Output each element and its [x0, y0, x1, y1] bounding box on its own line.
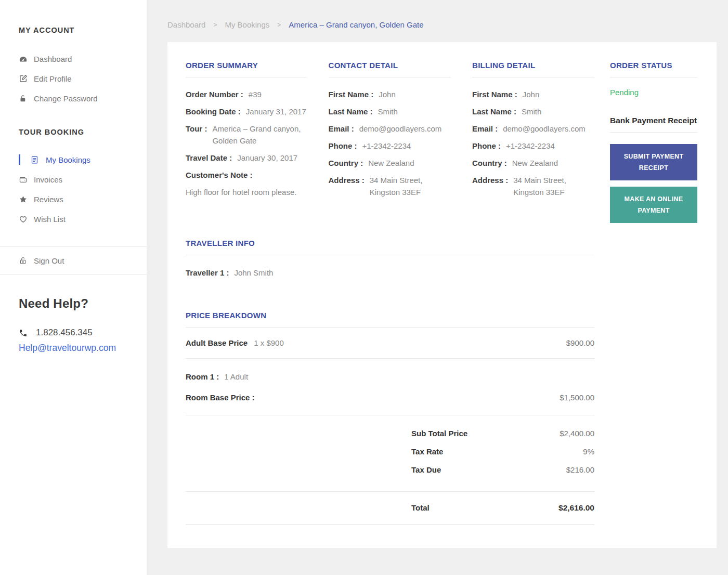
divider: [472, 77, 594, 77]
contact-last-name-row: Last Name :Smith: [329, 106, 451, 117]
sidebar-item-reviews[interactable]: Reviews: [0, 189, 147, 209]
subtotal-amount: $2,400.00: [560, 428, 594, 439]
wallet-icon: [19, 175, 28, 184]
room-occupancy: 1 Adult: [224, 371, 248, 383]
divider: [0, 274, 147, 275]
room-base-amount: $1,500.00: [560, 391, 594, 403]
divider: [186, 77, 307, 77]
account-nav: Dashboard Edit Profile Change Password: [0, 49, 147, 108]
active-indicator: [19, 154, 20, 165]
sidebar-item-dashboard[interactable]: Dashboard: [0, 49, 147, 69]
tax-due-amount: $216.00: [566, 464, 594, 476]
customers-note-label-row: Customer's Note :: [186, 169, 307, 181]
sidebar-item-label: Edit Profile: [34, 74, 72, 83]
divider: [610, 132, 697, 133]
status-badge: Pending: [610, 88, 697, 97]
order-summary-heading: ORDER SUMMARY: [186, 61, 307, 70]
tour-row: Tour : America – Grand canyon, Golden Ga…: [186, 123, 307, 147]
billing-last-name-row: Last Name :Smith: [472, 106, 594, 117]
order-number-row: Order Number : #39: [186, 88, 307, 100]
order-number-value: #39: [249, 88, 262, 100]
need-help-heading: Need Help?: [19, 296, 147, 311]
billing-email-row: Email :demo@goodlayers.com: [472, 123, 594, 135]
sidebar-item-label: Change Password: [34, 94, 98, 103]
billing-detail-section: BILLING DETAIL First Name :John Last Nam…: [472, 61, 594, 203]
traveller-info-section: TRAVELLER INFO Traveller 1 : John Smith: [186, 239, 594, 279]
make-online-payment-button[interactable]: MAKE AN ONLINE PAYMENT: [610, 187, 697, 223]
chevron-right-icon: >: [277, 21, 281, 29]
booking-date-value: January 31, 2017: [246, 106, 306, 117]
divider: [186, 255, 594, 255]
breadcrumb-dashboard[interactable]: Dashboard: [167, 20, 205, 29]
tax-rate-row: Tax Rate 9%: [186, 446, 594, 458]
price-breakdown-section: PRICE BREAKDOWN Adult Base Price 1 x $90…: [186, 311, 594, 525]
sidebar-item-my-bookings[interactable]: My Bookings: [0, 150, 147, 169]
traveller-name: John Smith: [234, 267, 273, 279]
billing-address-row: Address :34 Main Street, Kingston 33EF: [472, 174, 594, 198]
sidebar-item-change-password[interactable]: Change Password: [0, 88, 147, 108]
contact-detail-section: CONTACT DETAIL First Name :John Last Nam…: [329, 61, 451, 203]
breadcrumb-my-bookings[interactable]: My Bookings: [225, 20, 269, 29]
traveller-info-heading: TRAVELLER INFO: [186, 239, 594, 247]
total-amount: $2,616.00: [558, 503, 594, 513]
room-block: Room 1 : 1 Adult Room Base Price : $1,50…: [186, 359, 594, 415]
travel-date-row: Travel Date : January 30, 2017: [186, 152, 307, 164]
sidebar-item-invoices[interactable]: Invoices: [0, 169, 147, 189]
main-content: Dashboard > My Bookings > America – Gran…: [147, 0, 728, 548]
submit-payment-receipt-button[interactable]: SUBMIT PAYMENT RECEIPT: [610, 144, 697, 180]
order-detail-left: ORDER SUMMARY Order Number : #39 Booking…: [186, 61, 594, 525]
contact-email-row: Email :demo@goodlayers.com: [329, 123, 451, 135]
phone-icon: [19, 329, 28, 337]
sidebar-item-label: Invoices: [34, 175, 62, 184]
help-email-link[interactable]: Help@traveltourwp.com: [19, 343, 147, 354]
my-account-heading: MY ACCOUNT: [19, 26, 147, 34]
unlock-icon: [19, 256, 28, 265]
sidebar: MY ACCOUNT Dashboard Edit Profile Change…: [0, 0, 147, 575]
breadcrumb: Dashboard > My Bookings > America – Gran…: [167, 20, 728, 29]
traveller-row: Traveller 1 : John Smith: [186, 267, 594, 279]
adult-qty: 1 x $900: [254, 338, 284, 347]
billing-first-name-row: First Name :John: [472, 88, 594, 100]
tour-link[interactable]: America – Grand canyon, Golden Gate: [212, 123, 307, 147]
travel-date-value: January 30, 2017: [237, 152, 297, 164]
price-breakdown-heading: PRICE BREAKDOWN: [186, 311, 594, 320]
billing-phone-row: Phone :+1-2342-2234: [472, 140, 594, 152]
sidebar-item-label: Wish List: [34, 215, 66, 224]
help-phone-number: 1.828.456.345: [36, 328, 93, 338]
adult-amount: $900.00: [566, 338, 594, 347]
contact-country-row: Country :New Zealand: [329, 157, 451, 169]
contact-address-row: Address :34 Main Street, Kingston 33EF: [329, 174, 451, 198]
need-help-section: Need Help? 1.828.456.345 Help@traveltour…: [19, 296, 147, 354]
subtotal-row: Sub Total Price $2,400.00: [186, 428, 594, 439]
order-detail-card: ORDER SUMMARY Order Number : #39 Booking…: [167, 42, 717, 548]
order-info-grid: ORDER SUMMARY Order Number : #39 Booking…: [186, 61, 594, 203]
totals-block: Sub Total Price $2,400.00 Tax Rate 9% Ta…: [186, 415, 594, 492]
sidebar-item-label: Reviews: [34, 195, 63, 204]
sidebar-item-wish-list[interactable]: Wish List: [0, 209, 147, 229]
contact-phone-row: Phone :+1-2342-2234: [329, 140, 451, 152]
adult-base-price-row: Adult Base Price 1 x $900 $900.00: [186, 328, 594, 359]
billing-detail-heading: BILLING DETAIL: [472, 61, 594, 70]
billing-country-row: Country :New Zealand: [472, 157, 594, 169]
tour-booking-heading: TOUR BOOKING: [19, 128, 147, 136]
divider: [329, 77, 451, 77]
lock-icon: [19, 95, 28, 102]
edit-icon: [19, 74, 28, 83]
contact-detail-heading: CONTACT DETAIL: [329, 61, 451, 70]
star-icon: [19, 195, 28, 204]
room-row: Room 1 : 1 Adult: [186, 371, 594, 383]
dashboard-icon: [19, 55, 28, 63]
room-base-price-row: Room Base Price : $1,500.00: [186, 391, 594, 403]
breadcrumb-current: America – Grand canyon, Golden Gate: [289, 20, 423, 29]
chevron-right-icon: >: [213, 21, 217, 29]
booking-nav: My Bookings Invoices Reviews Wish List: [0, 150, 147, 229]
tax-due-row: Tax Due $216.00: [186, 464, 594, 476]
order-status-section: ORDER STATUS Pending Bank Payment Receip…: [610, 61, 697, 525]
sidebar-item-label: Sign Out: [34, 256, 64, 265]
sidebar-item-label: Dashboard: [34, 55, 72, 63]
divider: [610, 77, 697, 77]
booking-date-row: Booking Date : January 31, 2017: [186, 106, 307, 117]
order-summary-section: ORDER SUMMARY Order Number : #39 Booking…: [186, 61, 307, 203]
sidebar-item-sign-out[interactable]: Sign Out: [0, 247, 147, 274]
sidebar-item-edit-profile[interactable]: Edit Profile: [0, 69, 147, 88]
